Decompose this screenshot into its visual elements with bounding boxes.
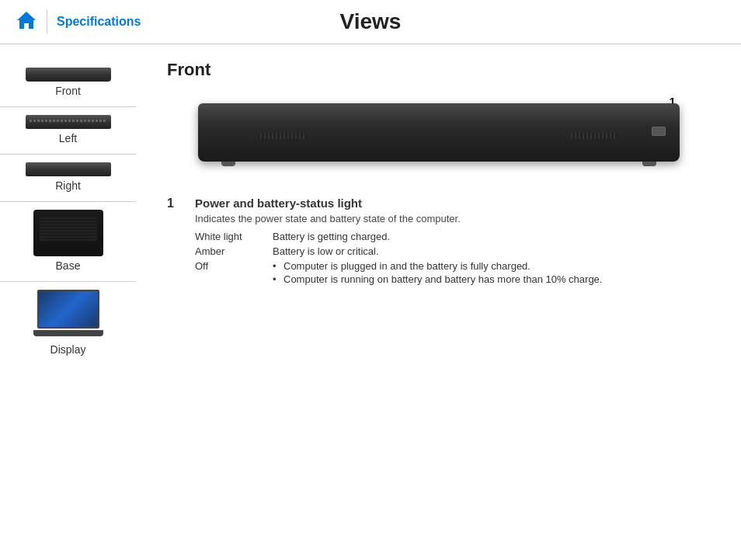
bullet-item-2: Computer is running on battery and batte…: [273, 273, 602, 285]
sidebar-label-right: Right: [55, 179, 81, 192]
section-title: Front: [167, 60, 710, 80]
state-value-amber: Battery is low or critical.: [273, 245, 602, 257]
feature-item-1: 1 Power and battery-status light Indicat…: [167, 197, 710, 290]
laptop-feet-right: [642, 162, 656, 166]
laptop-front-illustration: 1: [194, 103, 684, 173]
feature-desc-1: Indicates the power state and battery st…: [195, 213, 602, 224]
state-value-white: Battery is getting charged.: [273, 231, 602, 242]
front-thumbnail: [26, 68, 111, 82]
specifications-link[interactable]: Specifications: [57, 15, 141, 29]
sidebar-label-base: Base: [56, 259, 81, 272]
sidebar-label-front: Front: [55, 85, 81, 97]
state-key-off: Off: [195, 260, 273, 272]
sidebar-item-display[interactable]: Display: [0, 282, 136, 365]
sidebar-item-front[interactable]: Front: [0, 60, 136, 107]
feature-title-1: Power and battery-status light: [195, 197, 602, 210]
display-base: [33, 330, 103, 336]
off-bullet-list: Computer is plugged in and the battery i…: [273, 260, 602, 285]
main-content: Front 1 1 Pow: [136, 44, 741, 381]
home-nav[interactable]: [16, 9, 37, 34]
svg-marker-0: [17, 12, 36, 29]
state-row-white: White light Battery is getting charged.: [195, 231, 602, 242]
left-thumbnail: [26, 115, 111, 129]
state-row-off: Off Computer is plugged in and the batte…: [195, 260, 602, 287]
display-thumbnail: [33, 290, 103, 340]
laptop-body: [198, 103, 680, 162]
feature-number-1: 1: [167, 197, 183, 210]
display-screen: [37, 290, 99, 329]
state-value-off: Computer is plugged in and the battery i…: [273, 260, 602, 287]
page-header: Specifications Views: [0, 0, 741, 44]
laptop-vents-left: [260, 133, 307, 139]
right-thumbnail: [26, 162, 111, 176]
feature-list: 1 Power and battery-status light Indicat…: [167, 197, 710, 290]
feature-states-table: White light Battery is getting charged. …: [195, 231, 602, 287]
sidebar-label-left: Left: [59, 132, 77, 144]
state-key-amber: Amber: [195, 245, 273, 257]
laptop-diagram: 1: [167, 103, 710, 173]
base-thumbnail: [33, 210, 103, 256]
bullet-item-1: Computer is plugged in and the battery i…: [273, 260, 602, 272]
header-divider: [47, 10, 47, 33]
laptop-vents-right: [571, 133, 618, 139]
laptop-port: [652, 127, 666, 136]
main-layout: Front Left Right Base Display Front: [0, 44, 741, 381]
feature-details-1: Power and battery-status light Indicates…: [195, 197, 602, 290]
sidebar-item-right[interactable]: Right: [0, 155, 136, 202]
home-icon[interactable]: [16, 9, 37, 34]
page-title: Views: [340, 9, 402, 34]
state-key-white: White light: [195, 231, 273, 242]
sidebar-label-display: Display: [50, 343, 86, 356]
sidebar-item-left[interactable]: Left: [0, 107, 136, 155]
sidebar-item-base[interactable]: Base: [0, 202, 136, 282]
laptop-feet-left: [221, 162, 235, 166]
sidebar: Front Left Right Base Display: [0, 44, 136, 381]
state-row-amber: Amber Battery is low or critical.: [195, 245, 602, 257]
